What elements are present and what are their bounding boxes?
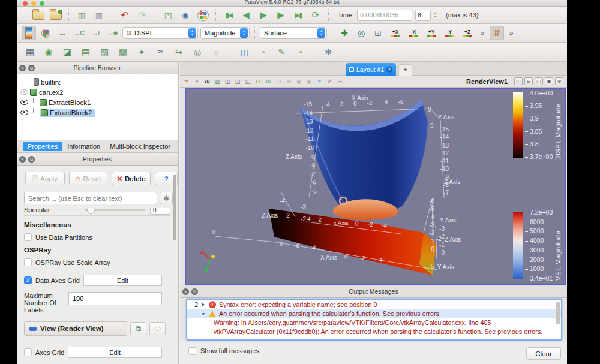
pipeline-item-source[interactable]: can.ex2 [17, 87, 178, 97]
close-panel-icon[interactable]: ✕ [19, 65, 26, 71]
probe-location-button[interactable]: ✻ [321, 45, 335, 59]
specular-value-field[interactable] [150, 208, 170, 215]
data-axes-grid-row[interactable]: ✓ Data Axes Grid Edit [24, 275, 178, 286]
pipeline-item-builtin[interactable]: builtin: [17, 77, 178, 87]
close-view-icon[interactable]: ⊗ [555, 77, 563, 85]
data-axes-grid-edit-button[interactable]: Edit [83, 275, 162, 286]
edit-view-options-icon[interactable]: ✑ [182, 77, 191, 86]
close-panel-icon[interactable]: ✕ [19, 156, 26, 163]
array-select[interactable]: DISPL▲▼ [122, 27, 198, 39]
message-row-detail[interactable]: Warning: In /Users/cory.quammen/src/para… [187, 318, 561, 327]
contour-filter-button[interactable]: ◉ [41, 45, 56, 59]
loop-button[interactable]: ⟳ [308, 8, 323, 22]
message-row-warning[interactable]: ▼ An error occurred when parsing the cal… [187, 309, 561, 318]
select-frustum-cells-icon[interactable]: ◫ [244, 77, 252, 86]
redo-button[interactable]: ↷ [135, 8, 149, 22]
calculator-filter-button[interactable]: ▦ [23, 45, 37, 59]
split-vertical-icon[interactable]: ⊟ [524, 77, 533, 85]
find-data-button[interactable]: ◉ [178, 8, 193, 22]
toolbar-overflow-button[interactable]: » [478, 26, 487, 40]
rotate-camera-90-button[interactable]: ⇵ [490, 26, 504, 40]
view-minus-y-button[interactable]: -Y [442, 26, 457, 40]
checkbox-checked[interactable]: ✓ [24, 276, 32, 284]
frame-stepper[interactable]: ▲▼ [434, 10, 440, 21]
zoom-to-data-button[interactable]: ◎ [354, 26, 368, 40]
apply-button[interactable]: ⎘Apply [25, 172, 65, 185]
checkbox-unchecked[interactable] [24, 258, 32, 266]
pipeline-item-filter-1[interactable]: ExtractBlock1 [17, 97, 178, 107]
view-minus-x-button[interactable]: -X [406, 26, 421, 40]
show-full-messages-checkbox[interactable] [188, 347, 196, 355]
split-horizontal-icon[interactable]: ◫ [514, 77, 523, 85]
tab-multiblock-inspector[interactable]: Multi-block Inspector [105, 142, 175, 151]
specular-slider[interactable] [85, 209, 145, 211]
select-points-through-icon[interactable]: ⊞ [264, 77, 272, 86]
selected-item[interactable]: ExtractBlock2 [40, 109, 95, 117]
visibility-eye-icon[interactable] [20, 110, 28, 115]
selection-help-icon[interactable]: ? [315, 77, 323, 86]
interactive-select-points-icon[interactable]: ⊞ [284, 77, 293, 86]
time-input[interactable] [357, 10, 412, 21]
clear-button[interactable]: Clear [526, 347, 561, 360]
close-tab-icon[interactable]: ✕ [386, 67, 392, 73]
close-panel-icon[interactable]: ✕ [182, 288, 189, 295]
ospray-scale-row[interactable]: OSPRay Use Scale Array [24, 258, 178, 266]
toggle-color-legend-button[interactable] [22, 26, 36, 40]
extract-subset-filter-button[interactable]: ▩ [116, 45, 130, 59]
disconnect-server-button[interactable]: ▥ [92, 8, 106, 22]
output-message-list[interactable]: 2 ▶ ! Syntax error: expecting a variable… [186, 299, 562, 341]
plot-over-line-button[interactable]: ◫ [237, 45, 251, 59]
view-header-box[interactable]: View (Render View) [24, 321, 127, 336]
view-plus-z-button[interactable]: +Z [460, 26, 475, 40]
swap-view-icon[interactable]: ◉ [545, 77, 553, 85]
vel-colorbar[interactable] [513, 212, 523, 279]
glyph-filter-button[interactable]: ✦ [134, 45, 149, 59]
select-points-on-icon[interactable]: ◫ [233, 77, 242, 86]
tab-information[interactable]: Information [62, 142, 105, 151]
interactive-select-cells-icon[interactable]: ⊡ [274, 77, 283, 86]
rescale-visible-range-button[interactable]: ↔◉ [106, 26, 120, 40]
first-frame-button[interactable]: ▮◀ [221, 8, 236, 22]
delete-button[interactable]: ✕Delete [112, 172, 151, 185]
component-select[interactable]: Magnitude▲▼ [200, 27, 250, 39]
select-cells-on-icon[interactable]: ◫ [223, 77, 232, 86]
adjust-camera-icon[interactable]: ⌖ [193, 77, 201, 86]
message-row-detail-2[interactable]: vtkPVArrayCalculator (0x11f9cddb0): An e… [187, 327, 561, 336]
edit-color-map-button[interactable] [38, 26, 53, 40]
reset-button[interactable]: ⊘Reset [69, 172, 107, 185]
plot-selection-over-time-button[interactable]: ◔ [256, 45, 270, 59]
color-palette-button[interactable] [196, 8, 210, 22]
axes-grid-edit-button[interactable]: Edit [68, 347, 162, 358]
previous-frame-button[interactable]: ◀ [239, 8, 253, 22]
connect-server-button[interactable]: ▥ [74, 8, 89, 22]
rescale-data-range-button[interactable]: ↔ [55, 26, 70, 40]
zoom-to-box-button[interactable]: ⊡ [371, 26, 385, 40]
export-scene-button[interactable]: ◳ [161, 8, 175, 22]
play-button[interactable]: ▶ [256, 8, 271, 22]
toolbar-overflow-button-2[interactable]: » [506, 26, 516, 40]
float-panel-icon[interactable]: ⧉ [28, 65, 35, 71]
view-plus-y-button[interactable]: +Y [424, 26, 439, 40]
next-frame-button[interactable]: ▶ [274, 8, 288, 22]
paste-properties-icon[interactable]: ⬭ [149, 322, 166, 335]
collapse-arrow-icon[interactable]: ▼ [201, 312, 206, 316]
search-input[interactable] [24, 192, 157, 204]
pipeline-item-filter-2[interactable]: ExtractBlock2 [17, 107, 178, 118]
stream-tracer-filter-button[interactable]: ≈ [153, 45, 167, 59]
expand-arrow-icon[interactable]: ▶ [201, 302, 206, 307]
visibility-eye-icon[interactable] [20, 89, 28, 95]
plot-data-button[interactable]: ✎ [274, 45, 289, 59]
layout-tab[interactable]: Layout #1 ✕ [346, 63, 396, 76]
render-view[interactable]: X Axis 420-2-4-6 -15-14-13-12-11-10-9-8-… [185, 88, 566, 285]
checkbox-unchecked[interactable] [24, 348, 32, 356]
new-layout-tab[interactable]: + [398, 64, 412, 76]
checkbox-unchecked[interactable] [24, 233, 32, 241]
toggle-3d-icon[interactable]: 3D [203, 77, 211, 86]
hover-cells-icon[interactable]: ◉ [295, 77, 303, 86]
save-data-button[interactable] [49, 8, 63, 22]
hover-points-icon[interactable]: ◉ [305, 77, 313, 86]
rescale-custom-range-button[interactable]: ↔C [72, 26, 86, 40]
gear-icon[interactable]: ✱ [160, 192, 173, 204]
vertical-scrollbar[interactable] [173, 175, 176, 240]
representation-select[interactable]: Surface▲▼ [260, 27, 327, 39]
